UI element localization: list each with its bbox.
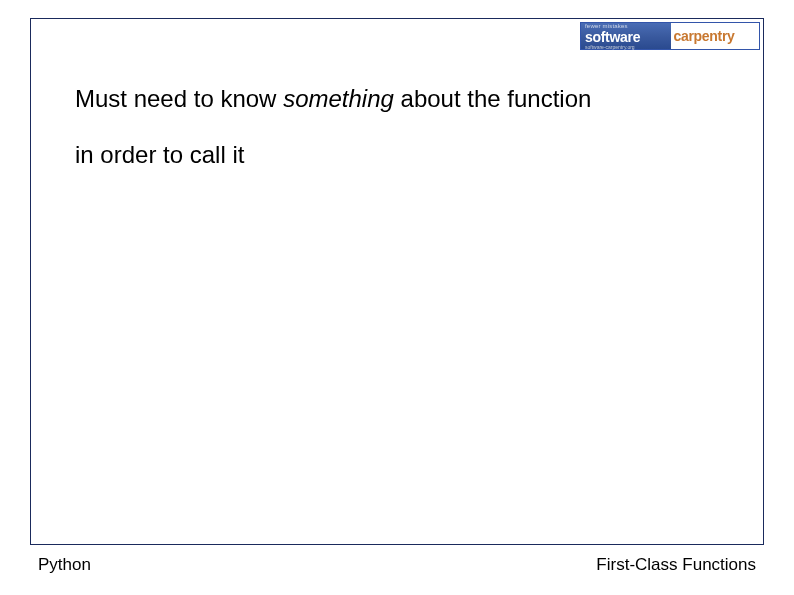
slide-footer: Python First-Class Functions (38, 555, 756, 575)
slide-content: Must need to know something about the fu… (75, 82, 734, 193)
logo-right-panel: carpentry (671, 23, 760, 49)
logo-left-panel: fewer mistakes software software-carpent… (581, 23, 671, 49)
logo-carpentry-text: carpentry (674, 28, 735, 44)
logo-tagline: fewer mistakes (585, 23, 671, 29)
footer-right: First-Class Functions (596, 555, 756, 575)
logo-url: software-carpentry.org (585, 45, 671, 50)
content-line-1-italic: something (283, 85, 394, 112)
logo: fewer mistakes software software-carpent… (580, 22, 760, 50)
content-line-2: in order to call it (75, 138, 734, 172)
footer-left: Python (38, 555, 91, 575)
content-line-1: Must need to know something about the fu… (75, 82, 734, 116)
logo-software-text: software (585, 30, 671, 44)
content-line-1-suffix: about the function (394, 85, 591, 112)
content-line-1-prefix: Must need to know (75, 85, 283, 112)
